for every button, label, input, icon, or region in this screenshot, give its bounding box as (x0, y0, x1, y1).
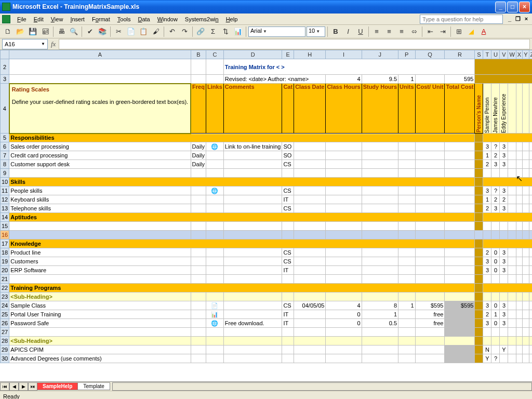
format-painter-icon[interactable]: 🖌 (150, 26, 162, 37)
tab-last-button[interactable]: ⏭ (28, 382, 37, 391)
merge-icon[interactable]: ⬄ (408, 26, 420, 37)
close-button[interactable]: × (519, 2, 530, 12)
col-A[interactable]: A (9, 50, 191, 59)
row-22[interactable]: 22Training Programs (1, 284, 533, 292)
borders-icon[interactable]: ⊞ (453, 26, 464, 37)
section-training-programs[interactable]: Training Programs (9, 284, 475, 292)
select-all-corner[interactable] (1, 50, 9, 59)
save-icon[interactable]: 💾 (27, 26, 38, 37)
col-X[interactable]: X (516, 50, 522, 59)
menu-insert[interactable]: Insert (66, 15, 88, 23)
menu-file[interactable]: File (14, 15, 30, 23)
align-right-icon[interactable]: ≡ (396, 26, 407, 37)
menu-edit[interactable]: Edit (30, 15, 47, 23)
doc-minimize-button[interactable]: _ (506, 16, 513, 23)
permission-icon[interactable]: 🗟 (39, 26, 51, 37)
col-P[interactable]: P (398, 50, 416, 59)
persons-name-hdr[interactable]: Person's Name (476, 84, 482, 132)
col-W[interactable]: W (508, 50, 516, 59)
tab-prev-button[interactable]: ◀ (9, 382, 19, 391)
tab-next-button[interactable]: ▶ (19, 382, 28, 391)
hyperlink-icon[interactable]: 🔗 (195, 26, 206, 37)
col-E[interactable]: E (282, 50, 294, 59)
italic-icon[interactable]: I (342, 26, 354, 37)
row-29[interactable]: 29APICS CPIMNY (1, 345, 533, 354)
col-D[interactable]: D (223, 50, 282, 59)
chart-icon[interactable]: 📊 (232, 26, 244, 37)
doc-icon[interactable]: 📄 (206, 301, 224, 310)
section-skills[interactable]: Skills (9, 178, 475, 187)
col-V[interactable]: V (500, 50, 508, 59)
col-H[interactable]: H (294, 50, 326, 59)
section-knowledge[interactable]: Knowledge (9, 240, 475, 248)
col-Z[interactable]: Z (529, 50, 532, 59)
col-U[interactable]: U (491, 50, 500, 59)
open-icon[interactable]: 📂 (15, 26, 26, 37)
col-J[interactable]: J (362, 50, 398, 59)
hscrollbar[interactable] (112, 382, 532, 391)
row-23[interactable]: 23<Sub-Heading> (1, 292, 533, 301)
sheet-title[interactable]: Training Matrix for < > (223, 59, 475, 75)
row-14[interactable]: 14Aptitudes (1, 213, 533, 222)
xls-icon[interactable]: 📊 (206, 310, 224, 319)
spell-icon[interactable]: ✔ (84, 26, 96, 37)
menu-view[interactable]: View (47, 15, 67, 23)
row-17[interactable]: 17Knowledge (1, 240, 533, 248)
row-7[interactable]: 7Credit card processingDailySO123 (1, 151, 533, 160)
align-left-icon[interactable]: ≡ (371, 26, 382, 37)
row-18[interactable]: 18Product lineCS203 (1, 248, 533, 257)
font-name-combo[interactable]: Arial▼ (248, 26, 305, 37)
indent-dec-icon[interactable]: ⇤ (424, 26, 436, 37)
menu-data[interactable]: Data (134, 15, 153, 23)
menu-help[interactable]: Help (222, 15, 242, 23)
menu-systems2win[interactable]: Systems2win (181, 15, 222, 23)
row-9[interactable]: 9 (1, 169, 533, 178)
print-icon[interactable]: 🖶 (56, 26, 67, 37)
row-12[interactable]: 12Keyboard skillsIT122 (1, 195, 533, 204)
row-13[interactable]: 13Telephone skillsCS233 (1, 204, 533, 213)
autosum-icon[interactable]: Σ (207, 26, 219, 37)
col-Q[interactable]: Q (415, 50, 445, 59)
research-icon[interactable]: 📚 (97, 26, 108, 37)
help-search-input[interactable] (420, 15, 503, 24)
minimize-button[interactable]: _ (495, 2, 506, 12)
row-5[interactable]: 5Responsibilities (1, 134, 533, 142)
row-11[interactable]: 11People skills🌐CS3?3 (1, 187, 533, 195)
col-C[interactable]: C (206, 50, 224, 59)
menu-tools[interactable]: Tools (114, 15, 135, 23)
row-30[interactable]: 30Advanced Degrees (use comments)Y? (1, 354, 533, 363)
row-24[interactable]: 24Sample Class📄CS04/05/05481$595$595303 (1, 301, 533, 310)
row-28[interactable]: 28<Sub-Heading> (1, 337, 533, 345)
row-10[interactable]: 10Skills (1, 178, 533, 187)
link-icon[interactable]: 🌐 (206, 319, 224, 328)
sheet-tab-template[interactable]: Template (77, 382, 110, 390)
col-R[interactable]: R (445, 50, 475, 59)
worksheet-area[interactable]: ABCDEHIJPQRSTUVWXYZ 2 Training Matrix fo… (0, 50, 532, 381)
row-25[interactable]: 25Portal User Training📊IT01free213 (1, 310, 533, 319)
undo-icon[interactable]: ↶ (166, 26, 178, 37)
row-15[interactable]: 15 (1, 222, 533, 231)
tab-first-button[interactable]: ⏮ (0, 382, 9, 391)
bold-icon[interactable]: B (330, 26, 341, 37)
col-B[interactable]: B (191, 50, 206, 59)
maximize-button[interactable]: □ (507, 2, 518, 12)
row-19[interactable]: 19CustomersCS303 (1, 257, 533, 266)
row-2[interactable]: 2 Training Matrix for < > (1, 59, 533, 75)
font-size-combo[interactable]: 10▼ (307, 26, 325, 37)
redo-icon[interactable]: ↷ (179, 26, 190, 37)
row-21[interactable]: 21 (1, 275, 533, 284)
section-responsibilities[interactable]: Responsibilities (9, 134, 475, 142)
preview-icon[interactable]: 🔍 (68, 26, 79, 37)
doc-restore-button[interactable]: ❐ (514, 16, 522, 23)
row-27[interactable]: 27 (1, 328, 533, 337)
doc-close-button[interactable]: × (523, 16, 530, 23)
row-26[interactable]: 26Password Safe🌐Free download.IT00.5free… (1, 319, 533, 328)
row-20[interactable]: 20ERP SoftwareIT303 (1, 266, 533, 275)
row-4[interactable]: 4 Rating ScalesDefine your user-defined … (1, 84, 533, 134)
indent-inc-icon[interactable]: ⇥ (437, 26, 448, 37)
revised-label[interactable]: Revised: <date> Author: <name> (223, 75, 326, 84)
col-Y[interactable]: Y (523, 50, 529, 59)
row-8[interactable]: 8Customer support deskDailyCS233 (1, 160, 533, 169)
fx-icon[interactable]: fx (51, 40, 56, 48)
formula-input[interactable] (59, 39, 530, 49)
